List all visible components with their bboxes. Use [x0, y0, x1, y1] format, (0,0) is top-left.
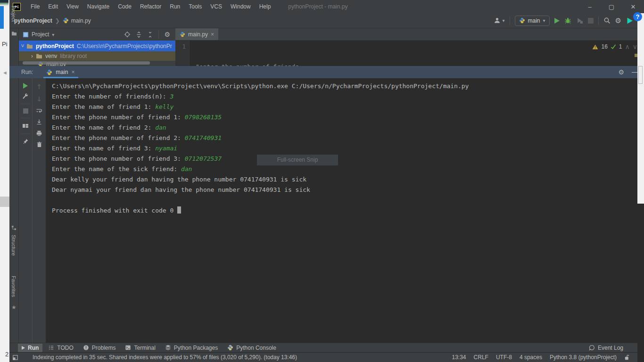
console-line: C:\Users\n\PycharmProjects\pythonProject…	[52, 81, 644, 91]
run-panel-label: Run:	[21, 69, 33, 75]
print-icon[interactable]	[36, 130, 42, 137]
editor-tab-main-py[interactable]: main.py ×	[175, 28, 218, 40]
close-tab-icon[interactable]: ×	[211, 31, 214, 38]
tree-row-python-project[interactable]: ˅ pythonProject C:\Users\n\PycharmProjec…	[19, 41, 185, 51]
run-configuration-select[interactable]: main ▾	[515, 16, 550, 26]
tree-node-path: C:\Users\n\PycharmProjects\pythonPr	[77, 43, 172, 49]
text-cursor	[177, 206, 181, 214]
editor-tab-bar: main.py ×	[175, 28, 644, 41]
menu-run[interactable]: Run	[165, 1, 184, 12]
scrollbar-thumb[interactable]	[638, 66, 643, 84]
hide-tool-window-icon[interactable]: —	[632, 69, 637, 75]
menu-edit[interactable]: Edit	[44, 1, 62, 12]
horizontal-scrollbar[interactable]	[23, 61, 150, 65]
tree-row-venv[interactable]: › venv library root	[19, 51, 185, 61]
menu-file[interactable]: File	[26, 1, 44, 12]
scroll-to-end-icon[interactable]	[36, 119, 42, 125]
menu-refactor[interactable]: Refactor	[136, 1, 165, 12]
restore-layout-icon[interactable]	[22, 123, 29, 129]
tool-window-button-terminal[interactable]: Terminal	[121, 344, 159, 352]
chevron-down-icon: ▾	[502, 18, 504, 23]
menu-view[interactable]: View	[62, 1, 83, 12]
menu-navigate[interactable]: Navigate	[83, 1, 114, 12]
tree-node-note: library root	[60, 53, 87, 59]
line-separator-widget[interactable]: CRLF	[474, 354, 488, 361]
minimize-button[interactable]: –	[579, 3, 601, 10]
breadcrumb-project[interactable]: pythonProject	[14, 17, 52, 24]
pin-tab-icon[interactable]	[23, 138, 29, 144]
tool-window-button-run[interactable]: Run	[18, 344, 42, 352]
desktop-icon-label: Pi	[2, 41, 8, 48]
event-log-button[interactable]: Event Log	[589, 345, 623, 351]
project-tool-window: Project ▾ ⚙ — ˅ python	[19, 28, 185, 66]
tool-stripe-project-button[interactable]: Project	[11, 6, 17, 22]
next-problem-icon[interactable]: ∨	[633, 43, 637, 50]
close-button[interactable]: ✕	[622, 3, 644, 10]
vcs-user-icon[interactable]: ▾	[494, 17, 504, 24]
inspection-widget[interactable]: 16 1 ∧ ∨	[592, 43, 637, 50]
run-console-output[interactable]: C:\Users\n\PycharmProjects\pythonProject…	[46, 78, 644, 343]
menu-vcs[interactable]: VCS	[206, 1, 226, 12]
code-with-me-icon[interactable]	[626, 17, 634, 25]
title-bar: PC File Edit View Navigate Code Refactor…	[9, 0, 644, 13]
tool-window-button-python-packages[interactable]: Python Packages	[161, 344, 222, 352]
typo-count: 1	[619, 43, 622, 50]
maximize-button[interactable]: ▢	[601, 3, 622, 10]
unlocked-padlock-icon[interactable]	[624, 354, 630, 361]
prev-problem-icon[interactable]: ∧	[625, 43, 630, 50]
collapse-all-icon[interactable]	[147, 32, 153, 38]
window-title: pythonProject - main.py	[288, 3, 347, 10]
run-tab-main[interactable]: main ×	[43, 69, 77, 75]
run-toolbar-secondary: ↑ ↓	[32, 78, 46, 343]
locate-file-icon[interactable]	[124, 31, 131, 38]
console-line: Enter the name of the sick friend: dan	[52, 164, 644, 174]
chevron-down-icon[interactable]: ▾	[52, 32, 54, 37]
stop-button	[588, 18, 594, 24]
warning-count: 16	[601, 43, 607, 50]
help-icon[interactable]: ?	[633, 12, 642, 21]
folder-icon	[26, 43, 33, 49]
down-stacktrace-icon: ↓	[36, 95, 42, 103]
breadcrumb-file[interactable]: main.py	[71, 17, 91, 24]
desktop-bottom-label: 2	[5, 351, 8, 358]
menu-bar: File Edit View Navigate Code Refactor Ru…	[26, 1, 275, 12]
edit-configuration-wrench-icon[interactable]	[22, 93, 29, 99]
interpreter-widget[interactable]: Python 3.8 (pythonProject)	[550, 354, 617, 361]
tool-window-switcher-icon[interactable]	[12, 354, 18, 361]
console-line: Enter the phone number of friend 3: 0712…	[52, 154, 644, 164]
console-line: Process finished with exit code 0	[52, 206, 644, 216]
menu-window[interactable]: Window	[226, 1, 255, 12]
encoding-widget[interactable]: UTF-8	[496, 354, 512, 361]
soft-wrap-icon[interactable]	[36, 107, 42, 114]
search-everywhere-icon[interactable]	[603, 17, 611, 24]
clear-all-trash-icon[interactable]	[36, 141, 42, 148]
menu-help[interactable]: Help	[255, 1, 275, 12]
indent-widget[interactable]: 4 spaces	[520, 354, 542, 361]
tool-window-button-python-console[interactable]: Python Console	[223, 344, 280, 352]
run-configuration-name: main	[528, 17, 540, 24]
console-line: Enter the name of friend 1: kelly	[52, 102, 644, 112]
settings-gear-icon[interactable]: ⚙	[615, 17, 621, 24]
run-button[interactable]	[554, 18, 560, 24]
status-message[interactable]: Indexing completed in 35 sec. Shared ind…	[33, 354, 297, 361]
caret-position-widget[interactable]: 13:34	[452, 354, 466, 361]
menu-code[interactable]: Code	[114, 1, 136, 12]
settings-gear-icon[interactable]: ⚙	[164, 31, 170, 38]
expand-all-icon[interactable]	[136, 32, 142, 38]
debug-button[interactable]	[564, 17, 571, 24]
menu-tools[interactable]: Tools	[184, 1, 206, 12]
breadcrumb-separator-icon: ❯	[55, 17, 60, 24]
chevron-collapsed-icon[interactable]: ›	[28, 53, 36, 59]
folder-icon	[36, 53, 42, 59]
settings-gear-icon[interactable]: ⚙	[618, 69, 624, 75]
chevron-expanded-icon[interactable]: ˅	[19, 43, 26, 49]
tool-window-button-todo[interactable]: TODO	[44, 344, 77, 352]
close-tab-icon[interactable]: ×	[71, 69, 74, 75]
chevron-left-icon: ◄	[2, 70, 8, 75]
right-edge-dark	[637, 204, 644, 362]
rerun-button[interactable]	[23, 83, 28, 89]
tool-window-button-problems[interactable]: Problems	[79, 344, 120, 352]
console-line: Enter the name of friend 2: dan	[52, 123, 644, 133]
toolbar-separator	[21, 133, 30, 134]
project-view-title[interactable]: Project	[32, 31, 49, 38]
